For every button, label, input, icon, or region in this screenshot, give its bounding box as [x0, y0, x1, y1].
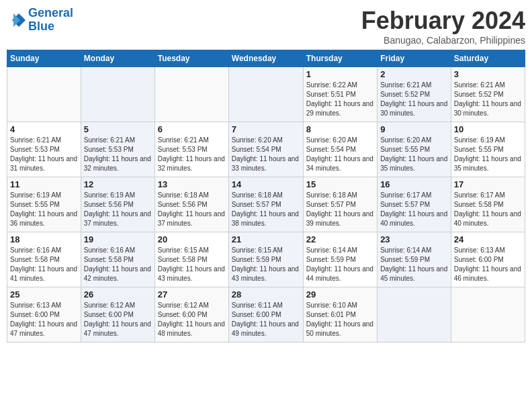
- calendar-cell: 12Sunrise: 6:19 AM Sunset: 5:56 PM Dayli…: [81, 177, 154, 232]
- day-info: Sunrise: 6:21 AM Sunset: 5:53 PM Dayligh…: [10, 136, 78, 173]
- day-number: 3: [454, 69, 522, 79]
- calendar-week-1: 1Sunrise: 6:22 AM Sunset: 5:51 PM Daylig…: [7, 67, 525, 122]
- calendar-cell: 11Sunrise: 6:19 AM Sunset: 5:55 PM Dayli…: [7, 177, 81, 232]
- day-header-monday: Monday: [81, 50, 154, 67]
- calendar-cell: 29Sunrise: 6:10 AM Sunset: 6:01 PM Dayli…: [303, 287, 377, 342]
- calendar-cell: 10Sunrise: 6:19 AM Sunset: 5:55 PM Dayli…: [451, 122, 525, 177]
- day-number: 11: [10, 179, 78, 189]
- day-number: 19: [84, 234, 152, 244]
- calendar-cell: [81, 67, 154, 122]
- calendar-cell: 9Sunrise: 6:20 AM Sunset: 5:55 PM Daylig…: [378, 122, 451, 177]
- day-info: Sunrise: 6:18 AM Sunset: 5:57 PM Dayligh…: [306, 191, 374, 228]
- day-number: 7: [232, 124, 300, 134]
- day-header-thursday: Thursday: [303, 50, 377, 67]
- day-number: 6: [158, 124, 226, 134]
- calendar-cell: 20Sunrise: 6:15 AM Sunset: 5:58 PM Dayli…: [154, 232, 228, 287]
- day-info: Sunrise: 6:14 AM Sunset: 5:59 PM Dayligh…: [380, 246, 448, 283]
- day-info: Sunrise: 6:13 AM Sunset: 6:00 PM Dayligh…: [10, 301, 78, 338]
- calendar-cell: [154, 67, 228, 122]
- day-number: 23: [380, 234, 448, 244]
- day-number: 15: [306, 179, 374, 189]
- day-info: Sunrise: 6:19 AM Sunset: 5:55 PM Dayligh…: [454, 136, 522, 173]
- day-info: Sunrise: 6:15 AM Sunset: 5:59 PM Dayligh…: [232, 246, 300, 283]
- calendar-week-3: 11Sunrise: 6:19 AM Sunset: 5:55 PM Dayli…: [7, 177, 525, 232]
- calendar-week-5: 25Sunrise: 6:13 AM Sunset: 6:00 PM Dayli…: [7, 287, 525, 342]
- calendar-cell: 22Sunrise: 6:14 AM Sunset: 5:59 PM Dayli…: [303, 232, 377, 287]
- day-number: 10: [454, 124, 522, 134]
- day-number: 28: [232, 289, 300, 300]
- day-info: Sunrise: 6:18 AM Sunset: 5:56 PM Dayligh…: [158, 191, 226, 228]
- calendar-cell: 19Sunrise: 6:16 AM Sunset: 5:58 PM Dayli…: [81, 232, 154, 287]
- day-info: Sunrise: 6:18 AM Sunset: 5:57 PM Dayligh…: [232, 191, 300, 228]
- calendar-cell: 15Sunrise: 6:18 AM Sunset: 5:57 PM Dayli…: [303, 177, 377, 232]
- calendar-cell: 26Sunrise: 6:12 AM Sunset: 6:00 PM Dayli…: [81, 287, 154, 342]
- day-info: Sunrise: 6:16 AM Sunset: 5:58 PM Dayligh…: [10, 246, 78, 283]
- day-info: Sunrise: 6:11 AM Sunset: 6:00 PM Dayligh…: [232, 301, 300, 338]
- calendar-week-2: 4Sunrise: 6:21 AM Sunset: 5:53 PM Daylig…: [7, 122, 525, 177]
- calendar-cell: 4Sunrise: 6:21 AM Sunset: 5:53 PM Daylig…: [7, 122, 81, 177]
- day-info: Sunrise: 6:22 AM Sunset: 5:51 PM Dayligh…: [306, 81, 374, 118]
- day-header-friday: Friday: [378, 50, 451, 67]
- day-number: 4: [10, 124, 78, 134]
- day-info: Sunrise: 6:20 AM Sunset: 5:55 PM Dayligh…: [380, 136, 448, 173]
- day-info: Sunrise: 6:12 AM Sunset: 6:00 PM Dayligh…: [84, 301, 152, 338]
- logo-line2: Blue: [28, 19, 54, 33]
- day-header-tuesday: Tuesday: [154, 50, 228, 67]
- calendar-cell: 14Sunrise: 6:18 AM Sunset: 5:57 PM Dayli…: [228, 177, 303, 232]
- location-subtitle: Banugao, Calabarzon, Philippines: [361, 35, 525, 46]
- calendar-cell: 2Sunrise: 6:21 AM Sunset: 5:52 PM Daylig…: [378, 67, 451, 122]
- day-info: Sunrise: 6:21 AM Sunset: 5:52 PM Dayligh…: [454, 81, 522, 118]
- day-number: 17: [454, 179, 522, 189]
- calendar-cell: 1Sunrise: 6:22 AM Sunset: 5:51 PM Daylig…: [303, 67, 377, 122]
- calendar-cell: 23Sunrise: 6:14 AM Sunset: 5:59 PM Dayli…: [378, 232, 451, 287]
- day-info: Sunrise: 6:21 AM Sunset: 5:52 PM Dayligh…: [380, 81, 448, 118]
- day-info: Sunrise: 6:19 AM Sunset: 5:56 PM Dayligh…: [84, 191, 152, 228]
- calendar-cell: [378, 287, 451, 342]
- day-info: Sunrise: 6:17 AM Sunset: 5:58 PM Dayligh…: [454, 191, 522, 228]
- calendar-header-row: SundayMondayTuesdayWednesdayThursdayFrid…: [7, 50, 525, 67]
- calendar-cell: 13Sunrise: 6:18 AM Sunset: 5:56 PM Dayli…: [154, 177, 228, 232]
- day-number: 16: [380, 179, 448, 189]
- calendar-week-4: 18Sunrise: 6:16 AM Sunset: 5:58 PM Dayli…: [7, 232, 525, 287]
- day-number: 24: [454, 234, 522, 244]
- calendar-cell: [228, 67, 303, 122]
- calendar-cell: 18Sunrise: 6:16 AM Sunset: 5:58 PM Dayli…: [7, 232, 81, 287]
- logo-icon: [7, 11, 26, 30]
- day-number: 9: [380, 124, 448, 134]
- logo-line1: General: [28, 6, 73, 19]
- day-number: 29: [306, 289, 374, 300]
- logo-text: General Blue: [28, 7, 73, 34]
- calendar-cell: 16Sunrise: 6:17 AM Sunset: 5:57 PM Dayli…: [378, 177, 451, 232]
- day-info: Sunrise: 6:10 AM Sunset: 6:01 PM Dayligh…: [306, 301, 374, 338]
- day-number: 25: [10, 289, 78, 300]
- day-number: 1: [306, 69, 374, 79]
- day-info: Sunrise: 6:19 AM Sunset: 5:55 PM Dayligh…: [10, 191, 78, 228]
- calendar-table: SundayMondayTuesdayWednesdayThursdayFrid…: [7, 50, 525, 342]
- title-block: February 2024 Banugao, Calabarzon, Phili…: [361, 7, 525, 46]
- calendar-body: 1Sunrise: 6:22 AM Sunset: 5:51 PM Daylig…: [7, 67, 525, 342]
- day-number: 22: [306, 234, 374, 244]
- day-number: 18: [10, 234, 78, 244]
- day-header-sunday: Sunday: [7, 50, 81, 67]
- day-number: 2: [380, 69, 448, 79]
- calendar-cell: 8Sunrise: 6:20 AM Sunset: 5:54 PM Daylig…: [303, 122, 377, 177]
- calendar-cell: 24Sunrise: 6:13 AM Sunset: 6:00 PM Dayli…: [451, 232, 525, 287]
- calendar-cell: 28Sunrise: 6:11 AM Sunset: 6:00 PM Dayli…: [228, 287, 303, 342]
- calendar-cell: 3Sunrise: 6:21 AM Sunset: 5:52 PM Daylig…: [451, 67, 525, 122]
- day-number: 12: [84, 179, 152, 189]
- calendar-cell: [451, 287, 525, 342]
- day-number: 8: [306, 124, 374, 134]
- calendar-cell: 21Sunrise: 6:15 AM Sunset: 5:59 PM Dayli…: [228, 232, 303, 287]
- month-title: February 2024: [361, 7, 525, 35]
- logo: General Blue: [7, 7, 73, 34]
- day-number: 14: [232, 179, 300, 189]
- day-info: Sunrise: 6:20 AM Sunset: 5:54 PM Dayligh…: [306, 136, 374, 173]
- day-number: 20: [158, 234, 226, 244]
- day-number: 5: [84, 124, 152, 134]
- calendar-cell: 25Sunrise: 6:13 AM Sunset: 6:00 PM Dayli…: [7, 287, 81, 342]
- day-info: Sunrise: 6:13 AM Sunset: 6:00 PM Dayligh…: [454, 246, 522, 283]
- day-number: 27: [158, 289, 226, 300]
- day-info: Sunrise: 6:12 AM Sunset: 6:00 PM Dayligh…: [158, 301, 226, 338]
- calendar-cell: 5Sunrise: 6:21 AM Sunset: 5:53 PM Daylig…: [81, 122, 154, 177]
- day-info: Sunrise: 6:20 AM Sunset: 5:54 PM Dayligh…: [232, 136, 300, 173]
